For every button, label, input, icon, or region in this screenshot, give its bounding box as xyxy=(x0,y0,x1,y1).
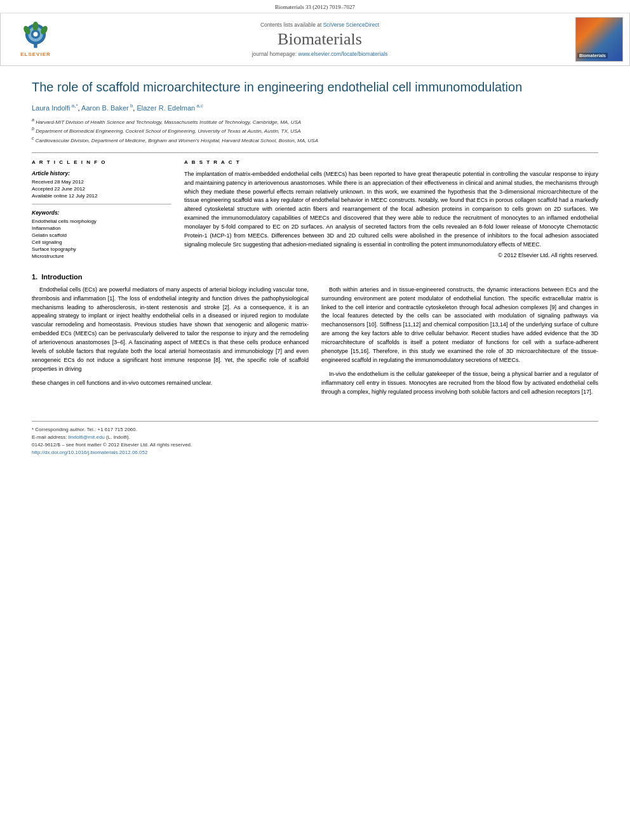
abstract-text: The implantation of matrix-embedded endo… xyxy=(184,170,598,250)
section-1-title: 1. Introduction xyxy=(32,273,598,281)
intro-para-4: In-vivo the endothelium is the cellular … xyxy=(321,370,598,397)
journal-title: Biomaterials xyxy=(64,30,575,49)
author-3: Elazer R. Edelman xyxy=(137,104,195,112)
journal-center: Contents lists available at SciVerse Sci… xyxy=(64,22,575,57)
author-2-sup: b xyxy=(129,103,133,109)
svg-point-4 xyxy=(33,32,37,36)
doi-note: http://dx.doi.org/10.1016/j.biomaterials… xyxy=(32,450,598,455)
intro-col-left: Endothelial cells (ECs) are powerful med… xyxy=(32,286,309,402)
svg-point-7 xyxy=(33,22,39,30)
main-content: The role of scaffold microarchitecture i… xyxy=(0,66,630,470)
abstract-heading: A B S T R A C T xyxy=(184,159,598,165)
abstract-copyright: © 2012 Elsevier Ltd. All rights reserved… xyxy=(184,252,598,258)
journal-homepage-link[interactable]: www.elsevier.com/locate/biomaterials xyxy=(298,51,388,57)
article-info-heading: A R T I C L E I N F O xyxy=(32,159,171,165)
article-title: The role of scaffold microarchitecture i… xyxy=(32,79,598,95)
email-note: E-mail address: lindolfi@mit.edu (L. Ind… xyxy=(32,434,598,440)
journal-header: ELSEVIER Contents lists available at Sci… xyxy=(0,13,630,66)
elsevier-text: ELSEVIER xyxy=(20,51,51,57)
sciverse-link[interactable]: SciVerse ScienceDirect xyxy=(323,22,379,28)
issn-note: 0142-9612/$ – see front matter © 2012 El… xyxy=(32,442,598,448)
keyword-4: Cell signaling xyxy=(32,239,171,245)
intro-para-2: these changes in cell functions and in-v… xyxy=(32,379,309,388)
authors-line: Laura Indolfi a,*, Aaron B. Baker b, Ela… xyxy=(32,103,598,112)
elsevier-logo: ELSEVIER xyxy=(7,22,64,57)
keyword-5: Surface topography xyxy=(32,246,171,252)
author-3-sup: a,c xyxy=(195,103,203,109)
history-label: Article history: xyxy=(32,170,171,177)
journal-issue-text: Biomaterials 33 (2012) 7019–7027 xyxy=(275,4,355,10)
keywords-label: Keywords: xyxy=(32,210,171,216)
elsevier-tree-icon xyxy=(17,22,55,50)
keyword-2: Inflammation xyxy=(32,225,171,231)
section-1-number: 1. xyxy=(32,273,37,281)
affiliation-a: a Harvard-MIT Division of Health Science… xyxy=(32,117,598,126)
journal-homepage: journal homepage: www.elsevier.com/locat… xyxy=(64,51,575,57)
author-email[interactable]: lindolfi@mit.edu xyxy=(69,434,105,440)
section-1-heading: Introduction xyxy=(41,273,82,281)
intro-para-3: Both within arteries and in tissue-engin… xyxy=(321,286,598,365)
journal-thumb-label: Biomaterials xyxy=(577,53,608,58)
history-online: Available online 12 July 2012 xyxy=(32,193,171,199)
sciverse-line: Contents lists available at SciVerse Sci… xyxy=(64,22,575,28)
author-2: Aaron B. Baker xyxy=(81,104,129,112)
article-info-abstract-section: A R T I C L E I N F O Article history: R… xyxy=(32,159,598,260)
intro-col-right: Both within arteries and in tissue-engin… xyxy=(321,286,598,402)
intro-para-1: Endothelial cells (ECs) are powerful med… xyxy=(32,286,309,374)
author-1-sup: a,* xyxy=(70,103,78,109)
affiliation-c: c Cardiovascular Division, Department of… xyxy=(32,135,598,145)
corresponding-note: * Corresponding author. Tel.: +1 617 715… xyxy=(32,427,598,432)
info-col-divider xyxy=(32,204,171,204)
history-received: Received 28 May 2012 xyxy=(32,179,171,185)
footer-area: * Corresponding author. Tel.: +1 617 715… xyxy=(32,421,598,455)
affiliation-b: b Department of Biomedical Engineering, … xyxy=(32,126,598,135)
header-divider xyxy=(32,152,598,153)
keyword-1: Endothelial cells morphology xyxy=(32,218,171,224)
keyword-6: Microstructure xyxy=(32,253,171,259)
affiliations: a Harvard-MIT Division of Health Science… xyxy=(32,117,598,145)
doi-link[interactable]: http://dx.doi.org/10.1016/j.biomaterials… xyxy=(32,450,147,455)
introduction-body: Endothelial cells (ECs) are powerful med… xyxy=(32,286,598,402)
article-info-col: A R T I C L E I N F O Article history: R… xyxy=(32,159,171,260)
journal-thumbnail: Biomaterials xyxy=(575,17,623,62)
keyword-3: Gelatin scaffold xyxy=(32,232,171,238)
history-accepted: Accepted 22 June 2012 xyxy=(32,186,171,192)
abstract-col: A B S T R A C T The implantation of matr… xyxy=(184,159,598,260)
author-1: Laura Indolfi xyxy=(32,104,70,112)
email-suffix: (L. Indolfi). xyxy=(106,434,130,440)
introduction-section: 1. Introduction Endothelial cells (ECs) … xyxy=(32,273,598,402)
journal-issue-header: Biomaterials 33 (2012) 7019–7027 xyxy=(0,0,630,13)
